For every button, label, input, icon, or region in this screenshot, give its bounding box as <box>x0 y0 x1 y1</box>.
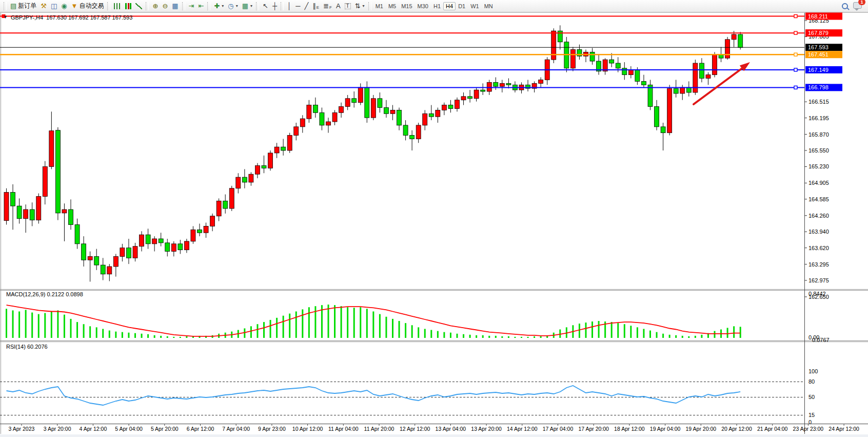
timeframe-d1[interactable]: D1 <box>456 2 468 10</box>
candlestick-series[interactable] <box>4 25 743 281</box>
svg-text:11 Apr 20:00: 11 Apr 20:00 <box>364 426 394 432</box>
svg-text:14 Apr 12:00: 14 Apr 12:00 <box>507 426 538 432</box>
svg-text:166.195: 166.195 <box>808 115 829 121</box>
timeframe-m15[interactable]: M15 <box>399 2 415 10</box>
indicators-button[interactable]: ✚▾ <box>212 1 226 11</box>
svg-text:164.260: 164.260 <box>808 213 829 219</box>
toolbar-grip <box>146 2 149 10</box>
new-order-icon: ▤ <box>10 3 16 9</box>
chart-title: ▼ GBPJPY-,H4 167.630 167.692 167.587 167… <box>3 14 132 21</box>
svg-text:163.620: 163.620 <box>808 245 829 251</box>
candlestick-button[interactable] <box>123 1 133 11</box>
templates-button[interactable]: ▦▾ <box>240 1 254 11</box>
timeframe-m1[interactable]: M1 <box>373 2 386 10</box>
svg-text:21 Apr 04:00: 21 Apr 04:00 <box>757 426 788 432</box>
autotrade-button[interactable]: ▼自动交易 <box>69 1 106 11</box>
svg-text:162.975: 162.975 <box>808 277 829 283</box>
fibonacci-button[interactable]: ≣F <box>321 1 334 11</box>
collapse-icon[interactable]: ▼ <box>3 14 8 21</box>
price-axis: 168.125167.805166.515166.195165.870165.5… <box>804 13 842 425</box>
svg-text:0.0767: 0.0767 <box>812 337 830 343</box>
svg-text:50: 50 <box>808 394 815 400</box>
time-axis: 3 Apr 20233 Apr 20:004 Apr 12:005 Apr 04… <box>9 424 859 432</box>
timeframe-m30[interactable]: M30 <box>415 2 431 10</box>
timeframe-h4[interactable]: H4 <box>443 2 456 10</box>
horizontal-lines[interactable] <box>0 15 804 89</box>
svg-text:164.905: 164.905 <box>808 180 829 186</box>
cursor-button[interactable]: ↖ <box>261 1 270 11</box>
svg-text:15: 15 <box>808 412 815 418</box>
crosshair-icon: ┼ <box>272 3 277 9</box>
chart-symbol-period: GBPJPY-,H4 <box>11 14 43 21</box>
periods-button[interactable]: ◷▾ <box>226 1 240 11</box>
svg-text:167.149: 167.149 <box>808 67 828 73</box>
svg-text:100: 100 <box>808 368 818 374</box>
dropdown-arrow-icon[interactable]: ▾ <box>250 4 252 8</box>
timeframe-mn[interactable]: MN <box>482 2 496 10</box>
trendline-button[interactable]: ╱ <box>302 1 310 11</box>
label-button[interactable]: T <box>343 1 353 11</box>
svg-text:10 Apr 12:00: 10 Apr 12:00 <box>292 426 323 432</box>
svg-text:24 Apr 12:00: 24 Apr 12:00 <box>828 426 859 432</box>
zoom-in-button[interactable]: ⊕ <box>150 1 160 11</box>
dropdown-arrow-icon[interactable]: ▾ <box>236 4 238 8</box>
svg-text:13 Apr 04:00: 13 Apr 04:00 <box>436 426 466 432</box>
svg-text:13 Apr 20:00: 13 Apr 20:00 <box>471 426 502 432</box>
auto-scroll-button[interactable]: ⇥ <box>187 1 196 11</box>
svg-text:0: 0 <box>808 419 812 425</box>
search-button[interactable] <box>840 1 850 11</box>
timeframe-h1[interactable]: H1 <box>431 2 443 10</box>
crosshair-button[interactable]: ┼ <box>270 1 279 11</box>
line-chart-icon <box>135 3 142 9</box>
svg-text:168.211: 168.211 <box>808 13 828 20</box>
new-order-button[interactable]: ▤新订单 <box>8 1 38 11</box>
svg-text:19 Apr 20:00: 19 Apr 20:00 <box>686 426 717 432</box>
svg-text:19 Apr 04:00: 19 Apr 04:00 <box>650 426 681 432</box>
rsi-panel[interactable] <box>0 382 804 415</box>
arrows-button[interactable]: ⇅▾ <box>353 1 367 11</box>
indicators-icon: ✚ <box>214 3 220 9</box>
candlestick-icon <box>125 3 131 9</box>
chart-windows-button[interactable]: ◫ <box>49 1 59 11</box>
modify-order-button[interactable]: ⚒ <box>38 1 49 11</box>
svg-text:165.870: 165.870 <box>808 131 829 138</box>
toolbar-grip <box>368 2 371 10</box>
hline-button[interactable]: ─ <box>293 1 302 11</box>
svg-text:17 Apr 20:00: 17 Apr 20:00 <box>578 426 609 432</box>
chart-shift-button[interactable]: ⇤ <box>196 1 206 11</box>
line-chart-button[interactable] <box>133 1 144 11</box>
text-label-icon: T <box>345 3 351 9</box>
toolbar: ▤新订单⚒◫◉▼自动交易⊕⊖▦⇥⇤✚▾◷▾▦▾↖┼│─╱∥E≣FAT⇅▾M1M5… <box>0 0 868 12</box>
toolbar-grip <box>182 2 185 10</box>
text-button[interactable]: A <box>334 1 343 11</box>
vline-button[interactable]: │ <box>285 1 293 11</box>
svg-text:5 Apr 20:00: 5 Apr 20:00 <box>151 426 179 432</box>
toolbar-grip <box>107 2 110 10</box>
tile-windows-icon: ▦ <box>172 3 178 9</box>
zoom-out-button[interactable]: ⊖ <box>160 1 170 11</box>
chart-ohlc-values: 167.630 167.692 167.587 167.593 <box>46 14 132 21</box>
zoom-out-icon: ⊖ <box>162 3 168 9</box>
notifications-button[interactable]: 1 <box>853 2 862 11</box>
svg-text:0.8442: 0.8442 <box>808 291 826 297</box>
svg-text:166.515: 166.515 <box>808 99 829 105</box>
tile-windows-button[interactable]: ▦ <box>170 1 180 11</box>
bar-chart-button[interactable] <box>112 1 123 11</box>
chart-canvas[interactable]: 168.125167.805166.515166.195165.870165.5… <box>0 0 868 437</box>
cursor-icon: ↖ <box>263 3 268 9</box>
timeframe-w1[interactable]: W1 <box>468 2 482 10</box>
timeframe-m5[interactable]: M5 <box>386 2 399 10</box>
svg-text:17 Apr 04:00: 17 Apr 04:00 <box>543 426 574 432</box>
dropdown-arrow-icon[interactable]: ▾ <box>363 4 365 8</box>
svg-text:6 Apr 12:00: 6 Apr 12:00 <box>187 426 214 432</box>
toolbar-grip <box>281 2 284 10</box>
macd-panel[interactable] <box>6 305 741 338</box>
toolbar-grip <box>4 2 7 10</box>
signals-button[interactable]: ◉ <box>59 1 69 11</box>
svg-text:4 Apr 12:00: 4 Apr 12:00 <box>80 426 107 432</box>
svg-text:164.585: 164.585 <box>808 196 829 202</box>
channel-button[interactable]: ∥E <box>310 1 321 11</box>
channel-icon: ∥ <box>312 3 316 9</box>
dropdown-arrow-icon[interactable]: ▾ <box>222 4 224 8</box>
svg-text:3 Apr 20:00: 3 Apr 20:00 <box>44 426 71 432</box>
